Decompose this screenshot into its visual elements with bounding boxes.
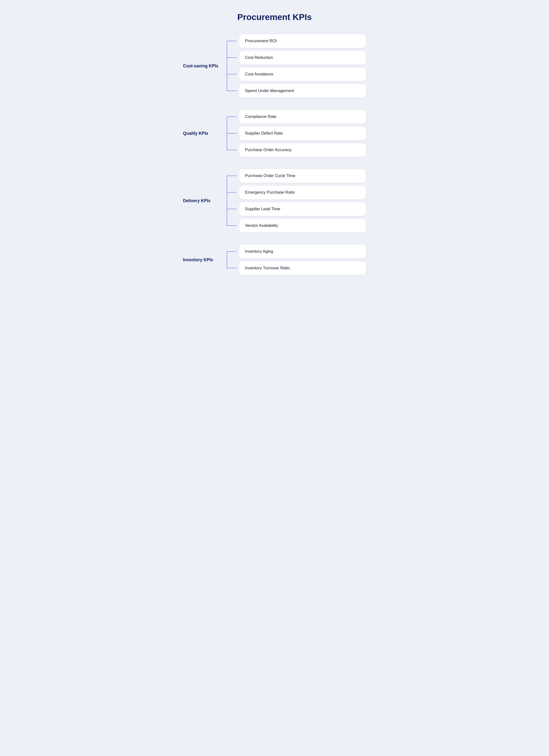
section-delivery: Delivery KPIsPurchase Order Cycle TimeEm… bbox=[183, 169, 366, 232]
kpi-item: Supplier Lead Time bbox=[239, 202, 366, 216]
kpi-item: Supplier Defect Rate bbox=[239, 126, 366, 140]
sections-container: Cost-saving KPIsProcurement ROICost Redu… bbox=[183, 34, 366, 275]
kpi-item: Vendor Availability bbox=[239, 219, 366, 232]
section-label-delivery: Delivery KPIs bbox=[183, 198, 225, 203]
items-col-delivery: Purchase Order Cycle TimeEmergency Purch… bbox=[239, 169, 366, 232]
page-title: Procurement KPIs bbox=[183, 12, 366, 22]
section-cost-saving: Cost-saving KPIsProcurement ROICost Redu… bbox=[183, 34, 366, 98]
section-label-cost-saving: Cost-saving KPIs bbox=[183, 63, 225, 69]
kpi-item: Compliance Rate bbox=[239, 110, 366, 124]
kpi-item: Inventory Aging bbox=[239, 245, 366, 258]
section-label-quality: Quality KPIs bbox=[183, 131, 225, 136]
kpi-item: Cost Avoidance bbox=[239, 67, 366, 81]
kpi-item: Spend Under Management bbox=[239, 84, 366, 98]
connector-svg-inventory bbox=[225, 245, 237, 275]
kpi-item: Cost Reduction bbox=[239, 51, 366, 64]
section-inventory: Inventory KPIsInventory AgingInventory T… bbox=[183, 245, 366, 275]
kpi-item: Procurement ROI bbox=[239, 34, 366, 48]
kpi-item: Purchase Order Cycle Time bbox=[239, 169, 366, 183]
connector-svg-quality bbox=[225, 110, 237, 157]
items-col-inventory: Inventory AgingInventory Turnover Ratio bbox=[239, 245, 366, 275]
section-label-inventory: Inventory KPIs bbox=[183, 257, 225, 263]
kpi-item: Inventory Turnover Ratio bbox=[239, 261, 366, 275]
page-container: Procurement KPIs Cost-saving KPIsProcure… bbox=[183, 10, 366, 741]
connector-svg-delivery bbox=[225, 169, 237, 232]
kpi-item: Emergency Purchase Ratio bbox=[239, 186, 366, 199]
items-col-cost-saving: Procurement ROICost ReductionCost Avoida… bbox=[239, 34, 366, 98]
section-quality: Quality KPIsCompliance RateSupplier Defe… bbox=[183, 110, 366, 157]
items-col-quality: Compliance RateSupplier Defect RatePurch… bbox=[239, 110, 366, 157]
connector-svg-cost-saving bbox=[225, 34, 237, 98]
kpi-item: Purchase Order Accuracy bbox=[239, 143, 366, 157]
